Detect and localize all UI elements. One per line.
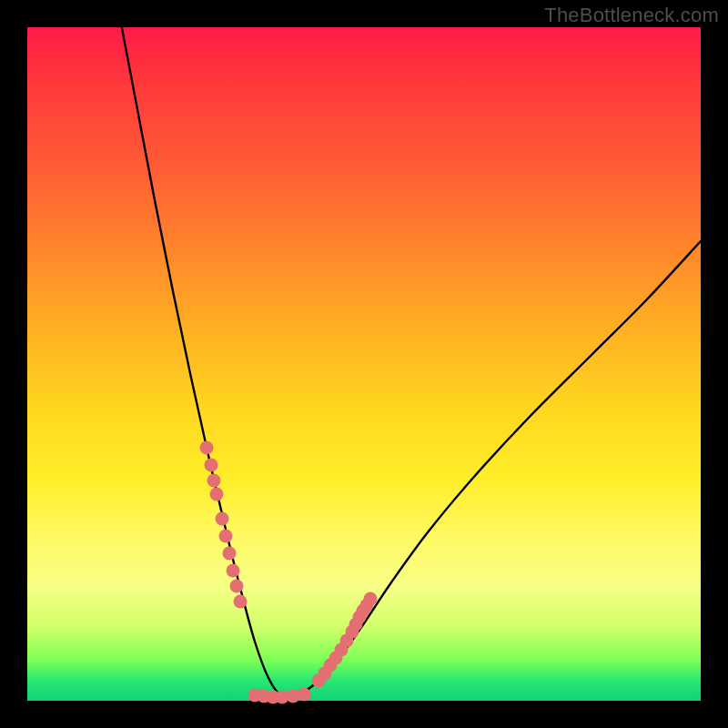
data-marker	[234, 595, 248, 609]
data-marker	[200, 441, 214, 455]
chart-frame: TheBottleneck.com	[0, 0, 728, 728]
marker-group	[200, 441, 378, 704]
data-marker	[216, 512, 229, 526]
data-marker	[230, 580, 244, 593]
data-marker	[364, 592, 378, 606]
data-marker	[223, 547, 237, 561]
data-marker	[205, 459, 218, 472]
data-marker	[227, 564, 240, 578]
curve-svg	[27, 27, 701, 701]
plot-area	[27, 27, 701, 701]
data-marker	[298, 688, 311, 702]
watermark-text: TheBottleneck.com	[544, 4, 719, 27]
bottleneck-curve	[118, 9, 701, 697]
data-marker	[210, 488, 224, 501]
data-marker	[207, 474, 221, 488]
data-marker	[219, 530, 233, 543]
